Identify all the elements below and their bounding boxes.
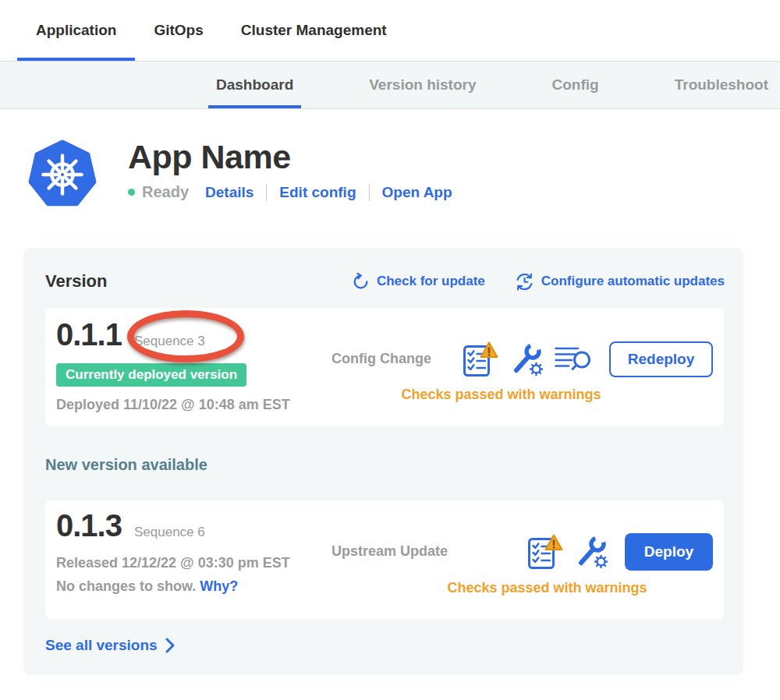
checks-status-text[interactable]: Checks passed with warnings (447, 580, 647, 596)
check-for-update-link[interactable]: Check for update (352, 273, 485, 291)
sub-nav: Dashboard Version history Config Trouble… (0, 61, 780, 109)
new-version-heading: New version available (45, 456, 725, 474)
tab-version-history[interactable]: Version history (361, 62, 484, 108)
redeploy-button[interactable]: Redeploy (609, 341, 713, 377)
released-timestamp: Released 12/12/22 @ 03:30 pm EST (56, 555, 325, 571)
tab-config[interactable]: Config (544, 62, 607, 108)
app-title: App Name (128, 139, 452, 175)
kubernetes-logo-icon (28, 139, 97, 210)
why-link[interactable]: Why? (200, 578, 238, 594)
chevron-right-icon (165, 638, 175, 653)
current-version-sequence: Sequence 3 (134, 334, 205, 349)
configure-automatic-updates-link[interactable]: Configure automatic updates (515, 272, 725, 292)
preflight-checks-warning-icon[interactable] (527, 534, 563, 570)
checks-status-text[interactable]: Checks passed with warnings (401, 387, 601, 403)
clock-sync-icon (515, 272, 534, 292)
ready-status-dot-icon (128, 189, 135, 196)
currently-deployed-badge: Currently deployed version (56, 363, 246, 387)
tab-cluster-management[interactable]: Cluster Management (222, 0, 406, 61)
version-source-label: Config Change (332, 351, 431, 367)
app-header: App Name Ready Details Edit config Open … (28, 139, 780, 210)
check-for-update-label: Check for update (377, 274, 485, 289)
current-version-row: 0.1.1 Sequence 3 Currently deployed vers… (45, 308, 724, 426)
configure-automatic-updates-label: Configure automatic updates (541, 274, 725, 289)
see-all-versions-link[interactable]: See all versions (45, 637, 725, 654)
version-card: Version Check for update Co (23, 248, 743, 675)
new-version-sequence: Sequence 6 (134, 525, 205, 540)
version-card-title: Version (45, 271, 107, 292)
wrench-gear-icon[interactable] (510, 343, 543, 376)
tab-gitops[interactable]: GitOps (135, 0, 222, 61)
top-nav: Application GitOps Cluster Management (0, 0, 780, 61)
new-version-row: 0.1.3 Sequence 6 Released 12/12/22 @ 03:… (45, 500, 724, 619)
current-version-number: 0.1.1 (56, 317, 122, 352)
divider (369, 184, 370, 201)
refresh-icon (352, 273, 370, 291)
tab-dashboard[interactable]: Dashboard (208, 62, 301, 108)
tab-troubleshoot[interactable]: Troubleshoot (667, 62, 776, 108)
open-app-link[interactable]: Open App (382, 184, 452, 201)
details-link[interactable]: Details (205, 184, 254, 201)
app-status: Ready (142, 183, 189, 201)
version-source-label: Upstream Update (332, 543, 448, 560)
new-version-number: 0.1.3 (56, 508, 122, 543)
view-diff-icon[interactable] (555, 345, 592, 374)
see-all-versions-label: See all versions (45, 637, 158, 654)
no-changes-text: No changes to show. (56, 578, 196, 594)
divider (266, 184, 267, 201)
wrench-gear-icon[interactable] (575, 536, 608, 568)
deploy-button[interactable]: Deploy (625, 533, 713, 571)
deployed-timestamp: Deployed 11/10/22 @ 10:48 am EST (56, 397, 325, 413)
tab-application[interactable]: Application (17, 0, 135, 61)
edit-config-link[interactable]: Edit config (279, 184, 356, 201)
preflight-checks-warning-icon[interactable] (463, 341, 498, 377)
